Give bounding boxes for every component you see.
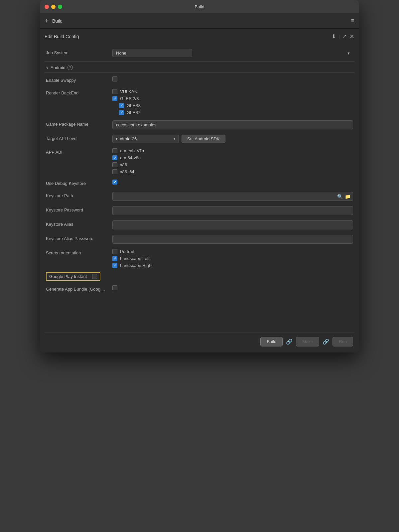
google-play-instant-checkbox[interactable] bbox=[92, 274, 97, 279]
render-backend-label: Render BackEnd bbox=[46, 89, 112, 96]
close-traffic-light[interactable] bbox=[45, 5, 49, 9]
x86-64-wrap[interactable]: x86_64 bbox=[112, 169, 353, 174]
keystore-password-row: Keystore Password bbox=[45, 203, 354, 218]
set-android-sdk-button[interactable]: Set Android SDK bbox=[182, 135, 225, 143]
job-system-select[interactable]: None TBB TaskFlow bbox=[112, 49, 192, 57]
app-abi-label: APP ABI bbox=[46, 148, 112, 156]
edit-build-config-dialog: Edit Build Config ⬇ | ↗ ✕ Job System Non… bbox=[40, 29, 359, 352]
gles2-wrap[interactable]: GLES2 bbox=[112, 110, 353, 115]
enable-swappy-label: Enable Swappy bbox=[46, 76, 112, 84]
maximize-traffic-light[interactable] bbox=[58, 5, 62, 9]
target-api-level-select[interactable]: android-26 android-29 android-30 bbox=[112, 135, 179, 143]
keystore-path-search-icon[interactable]: 🔍 bbox=[337, 194, 343, 199]
toolbar: ✈ Build ≡ bbox=[40, 13, 359, 29]
arm64-v8a-checkbox[interactable] bbox=[112, 155, 117, 160]
enable-swappy-checkbox[interactable] bbox=[112, 76, 117, 81]
main-window: Build ✈ Build ≡ Edit Build Config ⬇ | ↗ … bbox=[40, 0, 359, 352]
keystore-alias-password-label: Keystore Alias Password bbox=[46, 235, 112, 242]
target-api-level-row: Target API Level android-26 android-29 a… bbox=[45, 132, 354, 146]
build-icon: ✈ bbox=[45, 18, 49, 24]
android-label: Android bbox=[51, 65, 66, 70]
make-button[interactable]: Make bbox=[296, 337, 319, 346]
keystore-password-label: Keystore Password bbox=[46, 206, 112, 213]
keystore-alias-password-input[interactable] bbox=[112, 235, 353, 244]
dialog-title: Edit Build Config bbox=[45, 34, 79, 39]
export-icon[interactable]: ↗ bbox=[342, 33, 347, 40]
game-package-name-row: Game Package Name bbox=[45, 118, 354, 132]
landscape-left-checkbox[interactable] bbox=[112, 256, 117, 261]
game-package-name-input[interactable] bbox=[112, 120, 353, 129]
import-icon[interactable]: ⬇ bbox=[332, 33, 336, 40]
x86-checkbox[interactable] bbox=[112, 162, 117, 167]
armeabi-v7a-label: armeabi-v7a bbox=[120, 148, 144, 153]
vulkan-checkbox[interactable] bbox=[112, 89, 117, 94]
gles2-checkbox[interactable] bbox=[119, 110, 124, 115]
armeabi-v7a-checkbox[interactable] bbox=[112, 148, 117, 153]
target-api-level-select-button: android-26 android-29 android-30 ▼ Set A… bbox=[112, 135, 353, 143]
x86-wrap[interactable]: x86 bbox=[112, 162, 353, 167]
keystore-alias-row: Keystore Alias bbox=[45, 218, 354, 232]
game-package-name-label: Game Package Name bbox=[46, 120, 112, 128]
landscape-left-wrap[interactable]: Landscape Left bbox=[112, 256, 353, 261]
landscape-right-checkbox[interactable] bbox=[112, 263, 117, 268]
generate-app-bundle-checkbox[interactable] bbox=[112, 285, 117, 290]
landscape-left-label: Landscape Left bbox=[120, 256, 150, 261]
target-api-level-select-wrap: android-26 android-29 android-30 ▼ bbox=[112, 135, 179, 143]
job-system-select-wrap: None TBB TaskFlow ▼ bbox=[112, 49, 353, 57]
keystore-password-input[interactable] bbox=[112, 206, 353, 215]
portrait-label: Portrait bbox=[120, 249, 134, 254]
divider-1 bbox=[45, 61, 354, 62]
keystore-alias-control bbox=[112, 220, 353, 229]
keystore-path-label: Keystore Path bbox=[46, 192, 112, 199]
portrait-checkbox[interactable] bbox=[112, 249, 117, 254]
keystore-path-folder-icon[interactable]: 📁 bbox=[345, 194, 350, 199]
use-debug-keystore-checkbox[interactable] bbox=[112, 180, 117, 185]
android-chevron[interactable]: ∨ bbox=[46, 66, 49, 70]
toolbar-label: Build bbox=[52, 18, 63, 24]
close-button[interactable]: ✕ bbox=[349, 34, 354, 40]
use-debug-keystore-row: Use Debug Keystore bbox=[45, 177, 354, 190]
gles3-checkbox[interactable] bbox=[119, 103, 124, 108]
vulkan-wrap[interactable]: VULKAN bbox=[112, 89, 353, 94]
landscape-right-wrap[interactable]: Landscape Right bbox=[112, 263, 353, 268]
keystore-path-input-wrap: 🔍 📁 bbox=[112, 192, 353, 201]
gles3-label: GLES3 bbox=[127, 103, 141, 108]
arm64-v8a-label: arm64-v8a bbox=[120, 155, 141, 160]
dialog-header: Edit Build Config ⬇ | ↗ ✕ bbox=[45, 33, 354, 42]
keystore-alias-label: Keystore Alias bbox=[46, 220, 112, 228]
menu-icon[interactable]: ≡ bbox=[351, 17, 354, 24]
minimize-traffic-light[interactable] bbox=[51, 5, 56, 9]
android-section-header: ∨ Android ? bbox=[45, 63, 354, 72]
generate-app-bundle-control bbox=[112, 285, 353, 290]
config-content[interactable]: Job System None TBB TaskFlow ▼ ∨ A bbox=[45, 46, 354, 330]
arm64-v8a-wrap[interactable]: arm64-v8a bbox=[112, 155, 353, 160]
enable-swappy-control bbox=[112, 76, 353, 81]
keystore-path-control: 🔍 📁 bbox=[112, 192, 353, 201]
game-package-name-control bbox=[112, 120, 353, 129]
dialog-header-actions: ⬇ | ↗ ✕ bbox=[332, 33, 354, 40]
gles2-label: GLES2 bbox=[127, 110, 141, 115]
x86-64-checkbox[interactable] bbox=[112, 169, 117, 174]
google-play-instant-row: Google Play Instant bbox=[45, 271, 354, 283]
job-system-control: None TBB TaskFlow ▼ bbox=[112, 49, 353, 57]
keystore-alias-input[interactable] bbox=[112, 220, 353, 229]
keystore-path-input[interactable] bbox=[112, 192, 353, 201]
keystore-password-control bbox=[112, 206, 353, 215]
landscape-right-label: Landscape Right bbox=[120, 263, 153, 268]
use-debug-keystore-label: Use Debug Keystore bbox=[46, 180, 112, 187]
app-abi-control: armeabi-v7a arm64-v8a x86 x86_64 bbox=[112, 148, 353, 174]
gles23-label: GLES 2/3 bbox=[120, 96, 139, 101]
enable-swappy-row: Enable Swappy bbox=[45, 74, 354, 86]
android-help-icon[interactable]: ? bbox=[67, 65, 73, 70]
armeabi-v7a-wrap[interactable]: armeabi-v7a bbox=[112, 148, 353, 153]
google-play-instant-label: Google Play Instant bbox=[49, 274, 87, 279]
app-abi-row: APP ABI armeabi-v7a arm64-v8a x86 bbox=[45, 146, 354, 177]
render-backend-row: Render BackEnd VULKAN GLES 2/3 GLES3 bbox=[45, 86, 354, 118]
build-button[interactable]: Build bbox=[260, 337, 283, 346]
gles3-wrap[interactable]: GLES3 bbox=[112, 103, 353, 108]
gles23-checkbox[interactable] bbox=[112, 96, 117, 101]
portrait-wrap[interactable]: Portrait bbox=[112, 249, 353, 254]
run-button[interactable]: Run bbox=[332, 337, 353, 346]
dialog-footer: Build 🔗 Make 🔗 Run bbox=[45, 332, 354, 348]
gles23-wrap[interactable]: GLES 2/3 bbox=[112, 96, 353, 101]
